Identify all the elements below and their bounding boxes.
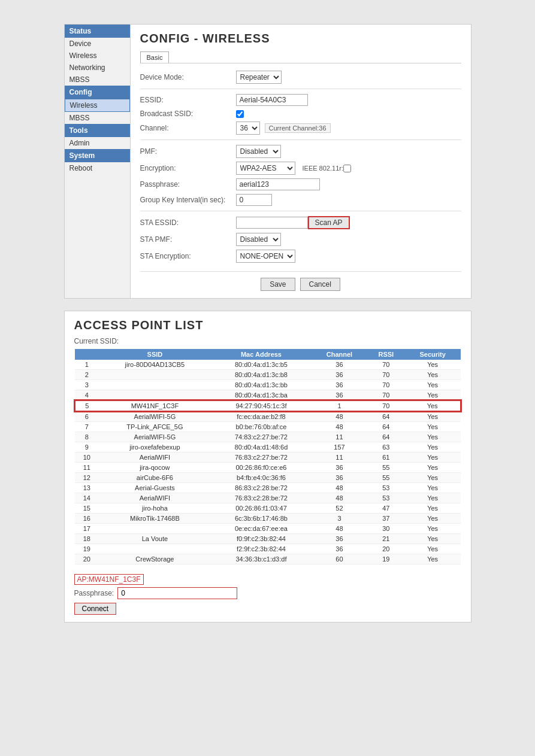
encryption-label: Encryption: [140,164,236,172]
sidebar-header-status[interactable]: Status [65,25,130,38]
tab-basic[interactable]: Basic [140,51,170,63]
access-point-list-panel: ACCESS POINT LIST Current SSID: SSID Mac… [64,311,471,623]
passphrase-input[interactable] [236,178,320,190]
ap-list-content: ACCESS POINT LIST Current SSID: SSID Mac… [65,311,471,622]
device-mode-label: Device Mode: [140,73,236,81]
sta-encryption-label: STA Encryption: [140,252,236,260]
sta-essid-label: STA ESSID: [140,218,236,227]
passphrase-input-ap[interactable] [117,587,237,599]
group-key-label: Group Key Interval(in sec): [140,196,236,204]
col-channel: Channel [312,349,367,360]
channel-row: Channel: 36 40 44 48 Current Channel:36 [140,122,461,135]
current-channel-label: Current Channel:36 [265,123,331,133]
broadcast-ssid-row: Broadcast SSID: [140,110,461,118]
col-security: Security [405,349,461,360]
passphrase-row: Passphrase: [140,178,461,190]
broadcast-ssid-checkbox[interactable] [236,110,244,118]
table-row[interactable]: 20CrewStorage34:36:3b:c1:d3:df6019Yes [75,554,461,564]
sta-essid-row: STA ESSID: Scan AP [140,216,461,229]
sidebar-item-mbss-config[interactable]: MBSS [65,112,130,124]
save-button[interactable]: Save [261,278,295,291]
tab-bar: Basic [140,51,461,63]
col-ssid: SSID [99,349,211,360]
table-row[interactable]: 480:d0:4a:d1:3c:ba3670Yes [75,390,461,401]
essid-label: ESSID: [140,96,236,104]
ieee-label: IEEE 802.11r: [303,165,344,172]
essid-input[interactable] [236,94,308,106]
group-key-input[interactable] [236,194,272,206]
channel-select[interactable]: 36 40 44 48 [236,122,260,135]
sidebar-header-system[interactable]: System [65,149,130,162]
pmf-row: PMF: Disabled Optional Required [140,145,461,158]
table-row[interactable]: 19f2:9f:c2:3b:82:443620Yes [75,544,461,554]
page-title: CONFIG - WIRELESS [140,32,461,45]
cancel-button[interactable]: Cancel [300,278,340,291]
table-row[interactable]: 380:d0:4a:d1:3c:bb3670Yes [75,380,461,390]
sta-encryption-row: STA Encryption: NONE-OPEN WPA2-AES WPA-T… [140,250,461,263]
table-row[interactable]: 7TP-Link_AFCE_5Gb0:be:76:0b:af:ce4864Yes [75,422,461,432]
table-row[interactable]: 9jiro-oxefafebexup80:d0:4a:d1:48:6d15763… [75,442,461,453]
pmf-label: PMF: [140,147,236,156]
sidebar-header-config[interactable]: Config [65,86,130,99]
form-buttons: Save Cancel [140,271,461,291]
ap-list-title: ACCESS POINT LIST [74,318,461,332]
table-row[interactable]: 14AerialWIFI76:83:c2:28:be:724853Yes [75,493,461,503]
passphrase-row-ap: Passphrase: [74,587,461,599]
sidebar-item-mbss-status[interactable]: MBSS [65,74,130,86]
table-row[interactable]: 5MW41NF_1C3F94:27:90:45:1c:3f170Yes [75,400,461,411]
config-wireless-panel: Status Device Wireless Networking MBSS C… [64,24,471,299]
sidebar-item-wireless-config[interactable]: Wireless [65,99,130,112]
scan-ap-button[interactable]: Scan AP [308,216,350,229]
table-row[interactable]: 18La Voutef0:9f:c2:3b:82:443621Yes [75,534,461,544]
sidebar-item-device[interactable]: Device [65,38,130,50]
ap-table: SSID Mac Address Channel RSSI Security 1… [74,349,461,564]
device-mode-select[interactable]: Repeater AP Client [236,71,282,84]
pmf-select[interactable]: Disabled Optional Required [236,145,281,158]
sidebar-item-reboot[interactable]: Reboot [65,162,130,174]
table-row[interactable]: 6AerialWIFI-5Gfc:ec:da:ae:b2:f84864Yes [75,411,461,422]
device-mode-row: Device Mode: Repeater AP Client [140,71,461,84]
sta-encryption-select[interactable]: NONE-OPEN WPA2-AES WPA-TKIP [236,250,295,263]
table-row[interactable]: 12airCube-6F6b4:fb:e4:0c:36:f63655Yes [75,473,461,483]
sidebar-item-admin[interactable]: Admin [65,137,130,149]
current-ssid-label: Current SSID: [74,337,461,345]
connect-button[interactable]: Connect [74,603,117,615]
table-row[interactable]: 1jiro-80D04AD13CB580:d0:4a:d1:3c:b53670Y… [75,360,461,370]
sidebar-item-wireless[interactable]: Wireless [65,50,130,62]
broadcast-ssid-label: Broadcast SSID: [140,110,236,118]
sta-pmf-label: STA PMF: [140,235,236,244]
table-row[interactable]: 280:d0:4a:d1:3c:b83670Yes [75,370,461,380]
table-row[interactable]: 8AerialWIFI-5G74:83:c2:27:be:721164Yes [75,432,461,442]
table-row[interactable]: 170e:ec:da:67:ee:ea4830Yes [75,524,461,534]
sidebar-header-tools[interactable]: Tools [65,124,130,137]
table-row[interactable]: 16MikroTik-17468B6c:3b:6b:17:46:8b337Yes [75,514,461,524]
group-key-row: Group Key Interval(in sec): [140,194,461,206]
sta-pmf-select[interactable]: Disabled Optional Required [236,233,281,246]
passphrase-label: Passphrase: [140,180,236,189]
passphrase-label-ap: Passphrase: [74,589,114,597]
col-mac: Mac Address [211,349,312,360]
config-wireless-main: CONFIG - WIRELESS Basic Device Mode: Rep… [131,25,471,298]
col-rssi: RSSI [367,349,405,360]
sidebar: Status Device Wireless Networking MBSS C… [65,25,131,298]
table-row[interactable]: 15jiro-hoha00:26:86:f1:03:475247Yes [75,503,461,514]
encryption-select[interactable]: WPA2-AES NONE-OPEN WPA-TKIP [236,162,295,175]
selected-ap-label: AP:MW41NF_1C3F [74,574,144,585]
col-num [75,349,99,360]
table-row[interactable]: 13Aerial-Guests86:83:c2:28:be:724853Yes [75,483,461,493]
sta-essid-input[interactable] [236,217,308,229]
sidebar-item-networking[interactable]: Networking [65,62,130,74]
encryption-row: Encryption: WPA2-AES NONE-OPEN WPA-TKIP … [140,162,461,175]
table-row[interactable]: 11jira-qocow00:26:86:f0:ce:e63655Yes [75,463,461,473]
essid-row: ESSID: [140,94,461,106]
sta-pmf-row: STA PMF: Disabled Optional Required [140,233,461,246]
channel-label: Channel: [140,124,236,132]
ieee-checkbox[interactable] [343,165,351,172]
table-row[interactable]: 10AerialWIFI76:83:c2:27:be:721161Yes [75,453,461,463]
